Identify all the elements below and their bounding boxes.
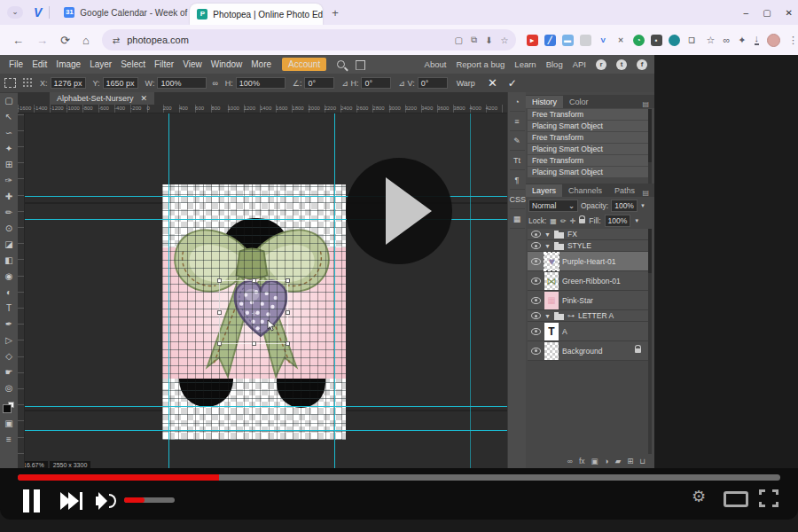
extension-green-pie-icon[interactable]: ◔ [633,35,645,46]
extension-dark-tool-icon[interactable]: ▪ [651,35,662,46]
history-item[interactable]: Placing Smart Object [528,144,648,155]
layers-scrollbar[interactable] [648,229,652,454]
history-item[interactable]: Free Transform [528,132,648,144]
close-document-icon[interactable]: ✕ [141,94,148,103]
extension-teal-dot-icon[interactable] [669,35,680,46]
transform-handle[interactable] [217,310,222,315]
close-window-button[interactable]: ✕ [786,8,793,18]
bookmark-badge-icon[interactable]: ☆ [707,35,716,46]
layer-row-pink-star[interactable]: Pink-Star [528,291,648,310]
vertical-guide[interactable] [168,113,169,470]
opacity-field[interactable]: 100% [611,200,638,212]
link-dimensions-icon[interactable]: ∞ [212,79,217,88]
tool-marquee[interactable]: ▢ [0,93,18,109]
transform-handle[interactable] [286,310,290,315]
w-field[interactable]: 100% [157,77,207,89]
extension-gray-tool-icon[interactable] [580,35,591,46]
tool-shape[interactable]: ◇ [0,348,18,364]
menu-edit[interactable]: Edit [32,59,47,69]
layer-effects-icon[interactable]: fx [579,457,585,466]
visibility-toggle-icon[interactable] [531,258,541,265]
history-scrollbar[interactable] [648,109,652,184]
layer-mask-icon[interactable]: ▣ [591,457,598,466]
transform-handle[interactable] [286,278,290,283]
tool-pen[interactable]: ✒ [0,317,18,332]
confirm-transform-button[interactable]: ✓ [508,77,517,90]
menu-report-a-bug[interactable]: Report a bug [456,59,505,69]
settings-gear-icon[interactable]: ⚙ [692,487,706,506]
video-play-overlay[interactable] [346,158,452,264]
tool-lasso[interactable]: ∽ [0,125,18,141]
tool-dodge[interactable]: ◐ [0,285,18,301]
volume-icon[interactable] [96,490,117,512]
facebook-icon[interactable]: f [637,59,647,70]
menu-api[interactable]: API [573,59,586,69]
password-icon[interactable]: ✦ [738,35,746,46]
extension-youtube-icon[interactable]: ▸ [527,35,538,46]
fill-field[interactable]: 100% [605,215,631,227]
histogram-panel-icon[interactable]: ▦ [510,209,525,229]
layer-row-purple-heart-01[interactable]: Purple-Heart-01 [528,252,648,271]
extension-lightblue-tool-icon[interactable]: ▬ [562,35,574,46]
collapse-arrow-icon[interactable]: ▼ [544,313,551,319]
tool-move[interactable]: ↖ [0,109,18,125]
lock-transparency-icon[interactable]: ▦ [550,217,557,225]
visibility-toggle-icon[interactable] [531,278,541,285]
next-button[interactable] [60,492,83,510]
menu-window[interactable]: Window [211,59,243,69]
delete-layer-icon[interactable]: ⊔ [639,457,645,466]
menu-more[interactable]: More [251,59,271,69]
transform-handle[interactable] [252,278,256,283]
history-item[interactable]: Placing Smart Object [528,121,648,132]
site-settings-icon[interactable]: ⇄ [113,35,120,45]
transform-handle[interactable] [217,278,222,283]
anchor-point-widget[interactable] [23,78,33,88]
profile-avatar[interactable] [767,34,780,47]
vertical-guide[interactable] [470,113,471,470]
menu-select[interactable]: Select [121,59,145,69]
h-field[interactable]: 100% [236,77,286,89]
tool-zoom[interactable]: ◎ [0,380,18,396]
menu-view[interactable]: View [183,59,202,69]
video-progress-bar[interactable] [18,474,780,481]
history-panel-icon[interactable]: ◔ [510,92,525,112]
transform-handle[interactable] [217,341,222,346]
tool-path-select[interactable]: ▷ [0,332,18,348]
tool-type[interactable]: T [0,301,18,317]
back-button[interactable]: ← [12,34,24,47]
menu-blog[interactable]: Blog [546,59,563,69]
home-button[interactable]: ⌂ [82,34,90,47]
document[interactable]: ⊹ [162,184,346,440]
tab-google-calendar[interactable]: 31 Google Calendar - Week of N... ✕ [57,2,190,23]
history-item[interactable]: Placing Smart Object [528,167,648,178]
history-item[interactable]: Free Transform [528,155,648,167]
address-bar[interactable]: ⇄ photopea.com ▢⧉⬇☆ [102,29,516,51]
layer-row-a[interactable]: A [528,322,648,341]
volume-slider[interactable] [124,497,175,503]
visibility-toggle-icon[interactable] [531,328,541,335]
horizontal-guide[interactable] [25,430,507,431]
character-panel-icon[interactable]: Tt [510,151,525,170]
menu-about[interactable]: About [425,59,447,69]
horizontal-guide[interactable] [25,406,507,407]
cancel-transform-button[interactable]: ✕ [488,76,497,90]
reddit-icon[interactable]: r [596,59,606,70]
tab-photopea[interactable]: P Photopea | Online Photo Editor ✕ [190,4,323,25]
visibility-toggle-icon[interactable] [531,348,541,355]
tool-eraser[interactable]: ◪ [0,237,18,253]
download-icon[interactable]: ↓ [755,35,760,45]
menu-layer[interactable]: Layer [90,59,112,69]
tool-clone-stamp[interactable]: ⊙ [0,221,18,237]
extension-v-extension-icon[interactable]: V [598,35,609,46]
visibility-toggle-icon[interactable] [531,231,541,238]
adjustment-layer-icon[interactable]: ◑ [605,457,609,466]
search-icon[interactable] [337,60,345,68]
collapse-arrow-icon[interactable]: ▼ [544,231,551,238]
tool-more-tools[interactable]: ≡ [0,432,18,448]
color-swatches[interactable] [3,402,15,414]
forward-button[interactable]: → [36,34,48,47]
menu-filter[interactable]: Filter [154,59,174,69]
collapse-arrow-icon[interactable]: ▼ [544,243,551,249]
angle-field[interactable]: 0° [304,77,334,89]
visibility-toggle-icon[interactable] [531,297,541,304]
